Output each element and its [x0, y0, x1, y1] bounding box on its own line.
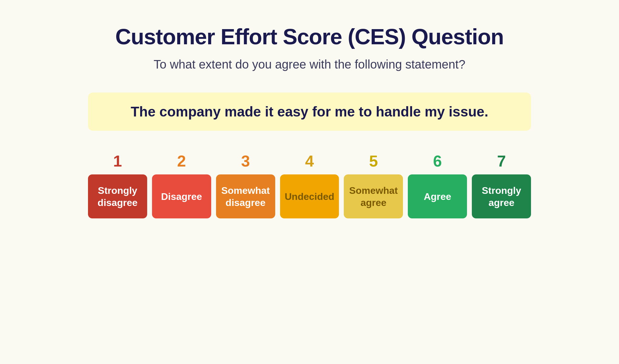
- scale-number-4: 4: [305, 152, 314, 170]
- scale-button-4[interactable]: Undecided: [280, 174, 339, 218]
- scale-button-label-3: Somewhat disagree: [221, 184, 270, 209]
- scale-item-5: 5Somewhat agree: [344, 152, 403, 218]
- scale-button-label-2: Disagree: [161, 190, 202, 203]
- scale-number-6: 6: [433, 152, 442, 170]
- scale-button-label-1: Strongly disagree: [98, 184, 138, 209]
- scale-button-6[interactable]: Agree: [408, 174, 467, 218]
- scale-item-4: 4Undecided: [280, 152, 339, 218]
- scale-number-1: 1: [113, 152, 122, 170]
- scale-button-label-7: Strongly agree: [482, 184, 521, 209]
- scale-item-1: 1Strongly disagree: [88, 152, 147, 218]
- scale-number-5: 5: [369, 152, 378, 170]
- scale-item-2: 2Disagree: [152, 152, 211, 218]
- scale-item-6: 6Agree: [408, 152, 467, 218]
- statement-text: The company made it easy for me to handl…: [131, 104, 488, 120]
- statement-box: The company made it easy for me to handl…: [88, 93, 531, 131]
- scale-number-2: 2: [177, 152, 186, 170]
- scale-item-7: 7Strongly agree: [472, 152, 531, 218]
- scale-button-5[interactable]: Somewhat agree: [344, 174, 403, 218]
- scale-button-label-4: Undecided: [285, 190, 334, 203]
- scale-number-3: 3: [241, 152, 250, 170]
- scale-button-3[interactable]: Somewhat disagree: [216, 174, 275, 218]
- scale-button-7[interactable]: Strongly agree: [472, 174, 531, 218]
- scale-container: 1Strongly disagree2Disagree3Somewhat dis…: [88, 152, 531, 218]
- scale-button-label-5: Somewhat agree: [349, 184, 398, 209]
- page-title: Customer Effort Score (CES) Question: [115, 24, 504, 49]
- scale-button-2[interactable]: Disagree: [152, 174, 211, 218]
- scale-button-1[interactable]: Strongly disagree: [88, 174, 147, 218]
- page-subtitle: To what extent do you agree with the fol…: [154, 58, 465, 71]
- scale-button-label-6: Agree: [424, 190, 451, 203]
- scale-item-3: 3Somewhat disagree: [216, 152, 275, 218]
- scale-number-7: 7: [497, 152, 506, 170]
